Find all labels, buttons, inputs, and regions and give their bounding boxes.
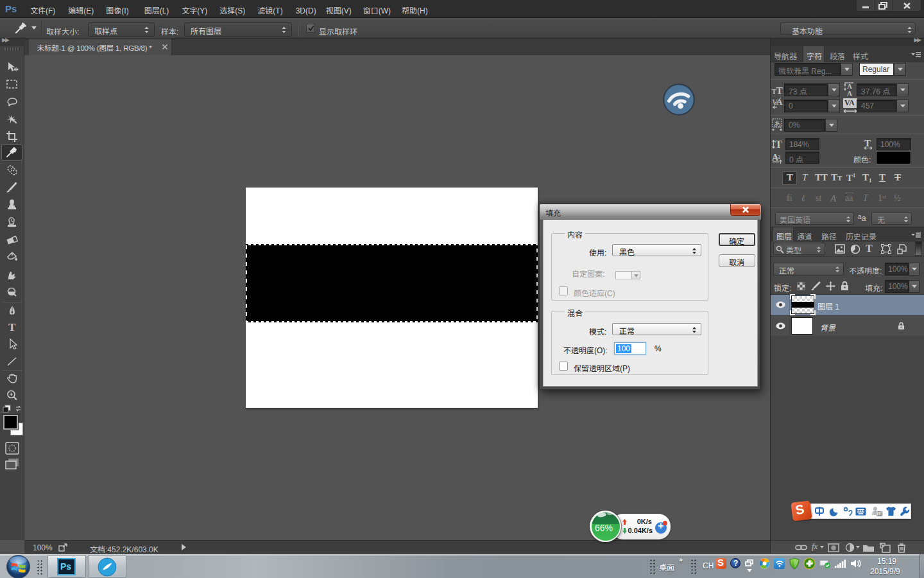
svg-text:13: 13 bbox=[877, 512, 882, 516]
svg-text:a: a bbox=[778, 153, 781, 160]
svg-text:T: T bbox=[8, 321, 16, 333]
svg-text:あ: あ bbox=[774, 119, 781, 127]
svg-text:T: T bbox=[775, 139, 782, 150]
svg-text:A: A bbox=[847, 89, 852, 97]
